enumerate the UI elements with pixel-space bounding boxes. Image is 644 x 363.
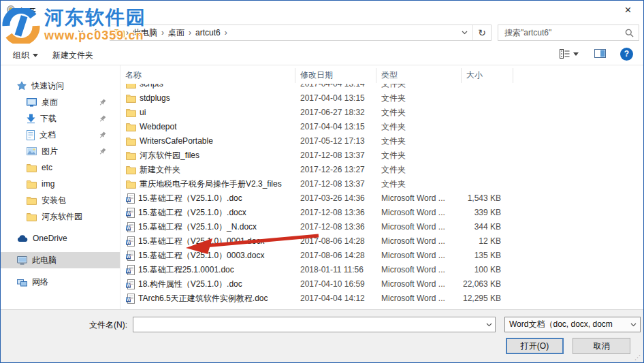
quick-access-star-icon (17, 81, 27, 91)
file-row[interactable]: W15.基础工程（V25.1.0）_N.docx2017-12-08 13:36… (120, 220, 643, 234)
file-row[interactable]: W15.基础工程（V25.1.0）.doc2017-03-26 14:36Mic… (120, 191, 643, 206)
organize-label: 组织 (13, 50, 29, 61)
file-row[interactable]: WritersCafePortable2017-05-12 17:13文件夹 (120, 134, 643, 148)
file-row[interactable]: WTArch6.5天正建筑软件实例教程.doc2017-04-04 14:12M… (120, 291, 643, 306)
folder-icon (126, 108, 136, 117)
column-header-name[interactable]: 名称 (120, 68, 295, 83)
svg-text:W: W (126, 197, 131, 202)
svg-text:W: W (126, 225, 131, 230)
file-row[interactable]: 河东软件园_files2017-12-08 13:37文件夹 (120, 148, 643, 163)
sidebar-item[interactable]: OneDrive (1, 230, 120, 247)
cancel-button[interactable]: 取消 (573, 338, 630, 354)
sidebar-item[interactable]: etc (1, 159, 120, 176)
column-header-date[interactable]: 修改日期 (295, 68, 376, 83)
column-header-row: 名称修改日期类型大小 (120, 65, 643, 84)
folder-icon (126, 151, 136, 160)
file-type: 文件夹 (381, 163, 457, 177)
filename-input[interactable] (133, 317, 483, 332)
sidebar-item[interactable]: 快速访问 (1, 78, 120, 94)
sidebar-item-label: 安装包 (42, 195, 66, 206)
file-row[interactable]: W15.基础工程（V25.1.0）0001.docx2017-08-06 14:… (120, 234, 643, 249)
file-date: 2017-04-10 16:59 (300, 277, 365, 291)
sidebar-item[interactable]: 桌面 (1, 94, 120, 110)
search-icon[interactable] (625, 29, 634, 37)
file-row[interactable]: stdplugs2017-04-04 13:15文件夹 (120, 91, 643, 106)
file-row[interactable]: ui2017-06-27 18:32文件夹 (120, 106, 643, 120)
file-name: 河东软件园_files (126, 148, 293, 163)
up-icon[interactable]: ↑ (93, 25, 99, 37)
breadcrumb-item[interactable]: 桌面 (165, 28, 187, 37)
breadcrumb-separator-icon: › (187, 28, 193, 37)
new-folder-button[interactable]: 新建文件夹 (52, 50, 93, 61)
file-row[interactable]: Webdepot2017-04-04 13:15文件夹 (120, 120, 643, 134)
sidebar-item[interactable]: 网络 (1, 274, 120, 290)
search-box[interactable] (498, 25, 639, 41)
folder-icon (27, 180, 37, 189)
sidebar-item[interactable]: 安装包 (1, 192, 120, 208)
breadcrumb-separator-icon: › (223, 28, 229, 37)
file-row[interactable]: W15.基础工程25.1.0001.doc2018-01-11 11:56Mic… (120, 263, 643, 277)
file-row[interactable]: 重庆地税电子税务局操作手册V2.3_files2017-12-08 13:37文… (120, 177, 643, 191)
network-icon (17, 278, 27, 287)
filename-combobox[interactable] (133, 317, 496, 332)
sidebar-item[interactable]: 下载 (1, 110, 120, 127)
file-row[interactable]: W15.基础工程（V25.1.0）.docx2017-12-08 13:36Mi… (120, 206, 643, 220)
open-button[interactable]: 打开(O) (506, 338, 564, 354)
breadcrumb[interactable]: ›此电脑›桌面›artcut6› ↻ (110, 25, 492, 41)
file-size: 12 KB (462, 234, 501, 249)
file-name: W15.基础工程（V25.1.0）.docx (126, 206, 293, 220)
refresh-icon[interactable]: ↻ (473, 25, 491, 40)
column-header-size[interactable]: 大小 (462, 68, 513, 83)
folder-icon (126, 180, 136, 189)
file-name: ui (126, 106, 293, 120)
filetype-dropdown[interactable]: Word文档（doc, docx, docm (504, 317, 641, 332)
sidebar-item[interactable]: 文档 (1, 127, 120, 143)
sidebar-item-label: img (42, 179, 54, 189)
chevron-down-icon[interactable] (483, 323, 495, 327)
sidebar-item[interactable]: 图片 (1, 143, 120, 159)
view-details-button[interactable] (559, 49, 579, 59)
preview-pane-button[interactable] (594, 49, 606, 58)
word-doc-icon: W (126, 294, 135, 304)
file-name: WritersCafePortable (126, 134, 293, 148)
app-icon (5, 4, 16, 15)
nav-history-chevron-icon[interactable] (78, 30, 84, 34)
file-row[interactable]: W18.构件属性（V25.1.0）.doc2017-04-10 16:59Mic… (120, 277, 643, 291)
close-button[interactable]: × (613, 1, 643, 21)
word-doc-icon: W (126, 222, 135, 232)
sidebar-item-label: OneDrive (33, 234, 67, 243)
word-doc-icon: W (126, 279, 135, 289)
organize-button[interactable]: 组织 (13, 50, 38, 61)
file-size: 22,063 KB (462, 277, 501, 291)
folder-icon (126, 165, 136, 174)
file-type: Microsoft Word ... (381, 234, 457, 249)
file-type: 文件夹 (381, 106, 457, 120)
folder-icon (27, 212, 37, 221)
search-input[interactable] (503, 27, 625, 38)
column-header-type[interactable]: 类型 (376, 68, 462, 83)
file-date: 2017-08-06 14:28 (300, 249, 365, 263)
file-type: 文件夹 (381, 134, 457, 148)
sidebar-item[interactable]: 此电脑 (1, 252, 120, 268)
file-name: W18.构件属性（V25.1.0）.doc (126, 277, 293, 291)
pin-icon (99, 148, 106, 155)
file-type: Microsoft Word ... (381, 220, 457, 234)
file-row[interactable]: 新建文件夹2017-12-26 13:27文件夹 (120, 163, 643, 177)
sidebar-item[interactable]: 河东软件园 (1, 208, 120, 225)
file-type: Microsoft Word ... (381, 191, 457, 206)
file-date: 2017-08-06 14:28 (300, 234, 365, 249)
file-date: 2017-06-27 18:32 (300, 106, 365, 120)
address-dropdown-chevron-icon[interactable] (457, 25, 472, 40)
file-name: W15.基础工程25.1.0001.doc (126, 263, 293, 277)
sidebar-item-label: 图片 (42, 146, 58, 157)
sidebar-item[interactable]: img (1, 176, 120, 192)
breadcrumb-item[interactable]: artcut6 (193, 28, 223, 37)
file-name: 新建文件夹 (126, 163, 293, 177)
file-row[interactable]: W15.基础工程（V25.1.0）0003.docx2017-08-06 14:… (120, 249, 643, 263)
breadcrumb-item[interactable]: 此电脑 (130, 28, 160, 37)
open-file-dialog: 打开 × ↑ ›此电脑›桌面›artcut6› ↻ 组织 新建文件夹 ? 快速访… (0, 0, 644, 363)
title-bar: 打开 × (1, 1, 643, 21)
help-button[interactable]: ? (620, 48, 633, 61)
resize-grip[interactable]: ⋰ (634, 354, 641, 361)
file-date: 2017-04-04 13:15 (300, 120, 365, 134)
